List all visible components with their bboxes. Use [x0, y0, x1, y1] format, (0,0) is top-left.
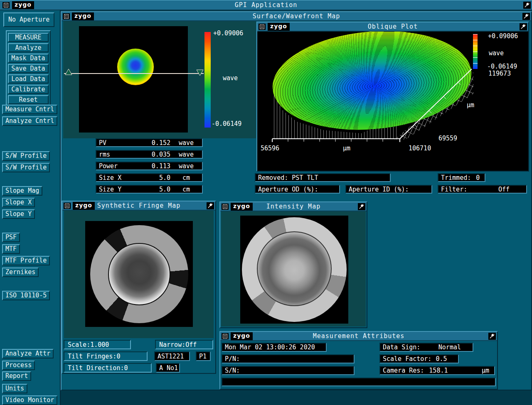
sidebar-button-mtf-profile[interactable]: MTF Profile — [2, 256, 50, 265]
sidebar-button-mask-data[interactable]: Mask Data — [8, 54, 49, 63]
tilt-fringes-label: Tilt Fringes: — [68, 353, 116, 360]
trimmed-value: 0 — [476, 174, 480, 182]
pushpin-icon[interactable] — [520, 23, 527, 30]
profile-marker-left[interactable] — [65, 69, 72, 77]
sidebar-button-report[interactable]: Report — [2, 371, 31, 381]
pattern-page-field[interactable]: P1 — [196, 351, 211, 361]
data-sign-field[interactable]: Data Sign:Normal — [379, 343, 473, 352]
profile-slice-line[interactable] — [64, 73, 204, 74]
sidebar-button-slope-x[interactable]: Slope X — [2, 198, 35, 207]
sidebar-button-analyze[interactable]: Analyze — [8, 43, 49, 52]
pattern-id-field[interactable]: AST1221 — [154, 351, 190, 361]
oblique-window-title: Oblique Plot — [257, 23, 528, 30]
oblique-colorbar-max: +0.09006 — [488, 32, 518, 40]
fringe-image — [85, 221, 193, 327]
oblique-plot-canvas: +0.09006 wave -0.06149 119673 56596 µm 1… — [257, 32, 528, 171]
narrow-value: Off — [185, 341, 197, 349]
aperture-id-field[interactable]: Aperture ID (%): — [345, 185, 432, 194]
sidebar-button-mtf[interactable]: MTF — [2, 244, 20, 254]
sidebar-button-units[interactable]: Units — [2, 384, 27, 393]
scale-factor-value: 0.5 — [436, 355, 447, 363]
profile-marker-right[interactable] — [196, 69, 204, 78]
scale-field[interactable]: Scale:1.000 — [64, 340, 131, 349]
zygo-logo: zygo — [231, 332, 253, 340]
sidebar-button-measure[interactable]: MEASURE — [8, 33, 49, 42]
oblique-xaxis-min: 56596 — [261, 145, 279, 152]
scale-value: 1.000 — [90, 341, 109, 349]
stat-sizex-field: Size X5.0cm — [96, 173, 203, 182]
oblique-point-count: 119673 — [488, 70, 511, 77]
aperture-od-label: Aperture OD (%): — [258, 186, 318, 193]
timestamp-field: Mon Mar 02 13:00:26 2020 — [222, 343, 327, 352]
pattern-ref-text: A No1 — [159, 364, 178, 372]
stat-pv-field: PV0.152wave — [96, 138, 203, 147]
sidebar-button-no-aperture[interactable]: No Aperture — [3, 12, 54, 27]
sidebar-button-psf[interactable]: PSF — [2, 233, 20, 242]
pushpin-icon[interactable] — [358, 203, 365, 210]
trimmed-label: Trimmed: — [441, 174, 471, 182]
oblique-colorbar — [473, 34, 478, 69]
serial-number-field[interactable]: S/N: — [222, 366, 355, 375]
tilt-direction-value: 0 — [124, 364, 128, 372]
stat-value: 5.0 — [139, 186, 170, 193]
window-menu-icon[interactable] — [2, 2, 10, 8]
filter-label: Filter: — [441, 186, 467, 193]
stat-units: cm — [173, 186, 200, 193]
part-number-field[interactable]: P/N: — [222, 354, 355, 363]
tilt-fringes-field[interactable]: Tilt Fringes:0 — [64, 351, 148, 361]
zygo-logo: zygo — [73, 202, 95, 210]
sidebar-button-sw-profile-1[interactable]: S/W Profile — [2, 151, 50, 161]
camera-res-value: 158.1 — [429, 367, 448, 374]
window-menu-icon[interactable] — [222, 204, 229, 210]
pattern-ref-field[interactable]: A No1 — [156, 363, 180, 373]
left-sidebar: No Aperture MEASURE Analyze Mask Data Sa… — [0, 10, 61, 405]
stat-label: rms — [99, 151, 139, 158]
stat-units: wave — [173, 139, 200, 147]
stat-value: 0.113 — [139, 162, 170, 170]
sidebar-button-video-monitor[interactable]: Video Monitor — [2, 395, 57, 405]
window-menu-icon[interactable] — [259, 24, 266, 30]
filter-value: Off — [498, 186, 510, 193]
intensity-map-panel — [221, 211, 366, 326]
filter-field[interactable]: Filter:Off — [438, 185, 527, 194]
sidebar-button-calibrate[interactable]: Calibrate — [8, 85, 49, 94]
sidebar-button-sw-profile-2[interactable]: S/W Profile — [2, 163, 50, 172]
aperture-od-field[interactable]: Aperture OD (%): — [255, 185, 340, 194]
stat-value: 0.152 — [139, 139, 170, 147]
surface-window-title: Surface/Wavefront Map — [62, 12, 531, 20]
window-menu-icon[interactable] — [222, 333, 229, 339]
pushpin-icon[interactable] — [207, 202, 214, 209]
sidebar-button-iso-10110-5[interactable]: ISO 10110-5 — [2, 291, 50, 300]
pushpin-icon[interactable] — [488, 333, 496, 340]
tilt-direction-field[interactable]: Tilt Direction:0 — [64, 363, 152, 373]
sidebar-button-load-data[interactable]: Load Data — [8, 74, 49, 83]
oblique-zaxis-max: 69559 — [438, 135, 457, 142]
zygo-logo: zygo — [72, 12, 94, 20]
removed-text: Removed: PST TLT — [258, 174, 318, 182]
gpi-application-root: zygo Surface/Wavefront Map +0.09006 wave… — [0, 0, 532, 405]
sidebar-button-slope-mag[interactable]: Slope Mag — [2, 186, 42, 196]
oblique-xaxis-max: 106710 — [409, 145, 431, 152]
tilt-fringes-value: 0 — [116, 353, 120, 360]
pushpin-icon[interactable] — [522, 13, 530, 20]
narrow-field[interactable]: Narrow:Off — [155, 340, 213, 349]
synthetic-fringe-map-window: zygo Synthetic Fringe Map Scale:1.000 Na… — [62, 201, 216, 374]
sidebar-button-analyze-attr[interactable]: Analyze Attr — [2, 349, 54, 358]
comment-field[interactable] — [222, 378, 496, 386]
sidebar-button-measure-cntrl[interactable]: Measure Cntrl — [2, 105, 57, 114]
sidebar-button-zernikes[interactable]: Zernikes — [2, 268, 39, 277]
measure-button-group: MEASURE Analyze Mask Data Save Data Load… — [6, 30, 51, 107]
sidebar-button-reset[interactable]: Reset — [8, 95, 49, 104]
sidebar-button-slope-y[interactable]: Slope Y — [2, 209, 35, 219]
camera-res-field: Camera Res:158.1µm — [379, 366, 495, 375]
zygo-logo: zygo — [231, 203, 253, 211]
stat-sizey-field: Size Y5.0cm — [96, 185, 203, 194]
window-menu-icon[interactable] — [64, 203, 71, 209]
intensity-optic-disc — [257, 231, 332, 306]
surface-colorbar-min: -0.06149 — [212, 120, 241, 128]
sidebar-button-analyze-cntrl[interactable]: Analyze Cntrl — [2, 116, 57, 126]
window-menu-icon[interactable] — [63, 13, 70, 20]
sidebar-button-save-data[interactable]: Save Data — [8, 64, 49, 73]
sidebar-button-process[interactable]: Process — [2, 361, 35, 370]
pushpin-icon[interactable] — [523, 2, 531, 9]
